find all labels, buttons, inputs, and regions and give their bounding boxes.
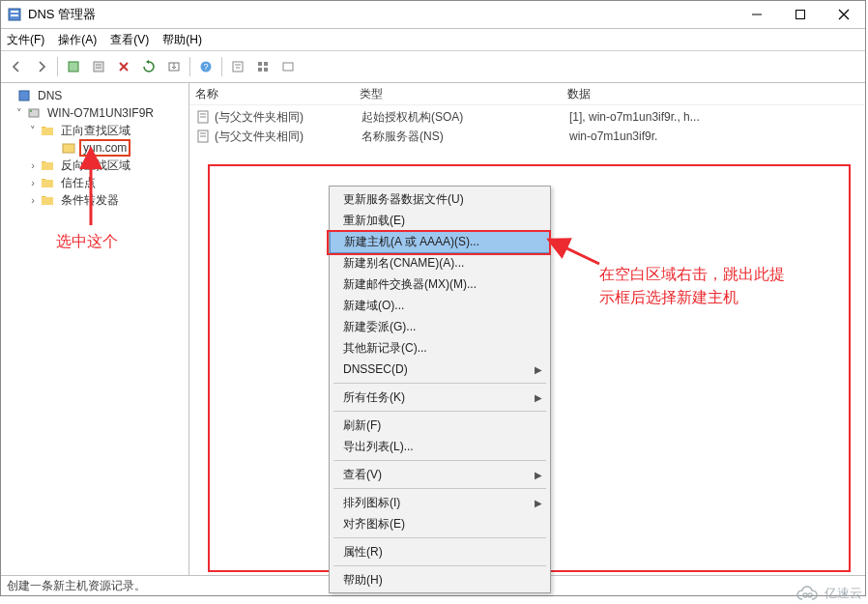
- expander-icon[interactable]: ›: [26, 177, 40, 188]
- svg-rect-16: [233, 62, 243, 72]
- ctx-new-delegation[interactable]: 新建委派(G)...: [330, 316, 550, 337]
- menu-help[interactable]: 帮助(H): [162, 32, 202, 48]
- title-bar: DNS 管理器: [1, 1, 865, 29]
- tree-zone-selected[interactable]: yun.com: [79, 139, 130, 157]
- dns-root-icon: [16, 88, 32, 103]
- submenu-arrow-icon: ▶: [535, 470, 542, 480]
- ctx-view[interactable]: 查看(V)▶: [330, 464, 550, 485]
- ctx-other-new[interactable]: 其他新记录(C)...: [330, 337, 550, 359]
- folder-icon: [40, 192, 55, 208]
- toolbar-separator: [221, 57, 222, 76]
- svg-rect-27: [42, 128, 53, 135]
- ctx-dnssec[interactable]: DNSSEC(D)▶: [330, 359, 550, 380]
- annotation-right-text: 在空白区域右击，跳出此提 示框后选择新建主机: [599, 263, 841, 309]
- expander-icon[interactable]: ›: [26, 194, 40, 206]
- ctx-arrange-icons[interactable]: 排列图标(I)▶: [330, 492, 550, 513]
- submenu-arrow-icon: ▶: [535, 392, 542, 403]
- svg-rect-28: [63, 144, 74, 153]
- properties-button[interactable]: [87, 55, 110, 78]
- svg-rect-22: [264, 68, 268, 72]
- close-button[interactable]: [822, 1, 865, 28]
- ctx-reload[interactable]: 重新加载(E): [330, 210, 550, 231]
- svg-rect-2: [11, 14, 18, 16]
- tree-fwd-zone[interactable]: 正向查找区域: [58, 122, 133, 140]
- ctx-arrange-label: 排列图标(I): [343, 495, 400, 511]
- cell-data: win-o7m1un3if9r.: [569, 129, 865, 143]
- menu-view[interactable]: 查看(V): [110, 32, 149, 48]
- refresh-button[interactable]: [137, 55, 160, 78]
- forward-button[interactable]: [30, 55, 53, 78]
- ctx-update-file[interactable]: 更新服务器数据文件(U): [330, 188, 550, 210]
- ctx-refresh[interactable]: 刷新(F): [330, 415, 550, 436]
- toolbar-separator: [57, 57, 58, 76]
- cell-name: (与父文件夹相同): [215, 129, 362, 145]
- back-button[interactable]: [5, 55, 28, 78]
- record-icon: [195, 129, 211, 144]
- svg-rect-1: [11, 11, 18, 13]
- menu-separator: [333, 411, 546, 412]
- svg-rect-21: [258, 68, 262, 72]
- toolbar: ?: [1, 51, 865, 83]
- svg-point-41: [808, 593, 812, 597]
- watermark: 亿速云: [796, 585, 862, 602]
- server-icon: [26, 105, 42, 121]
- menu-separator: [333, 488, 546, 489]
- tree-pane[interactable]: DNS ˅ WIN-O7M1UN3IF9R: [1, 83, 189, 575]
- expander-icon[interactable]: ›: [26, 159, 40, 171]
- svg-rect-23: [283, 63, 293, 71]
- help-button[interactable]: ?: [194, 55, 217, 78]
- delete-button[interactable]: [112, 55, 135, 78]
- ctx-all-tasks[interactable]: 所有任务(K)▶: [330, 387, 550, 408]
- new-button[interactable]: [62, 55, 85, 78]
- maximize-button[interactable]: [778, 1, 822, 28]
- menu-action[interactable]: 操作(A): [58, 32, 97, 48]
- submenu-arrow-icon: ▶: [535, 364, 542, 375]
- ctx-view-label: 查看(V): [343, 467, 382, 483]
- list-row[interactable]: (与父文件夹相同) 名称服务器(NS) win-o7m1un3if9r.: [189, 127, 865, 146]
- expander-icon[interactable]: ˅: [26, 125, 40, 137]
- column-headers: 名称 类型 数据: [189, 83, 865, 105]
- menu-separator: [333, 460, 546, 461]
- ctx-new-domain[interactable]: 新建域(O)...: [330, 295, 550, 316]
- tree-cond-fwd[interactable]: 条件转发器: [58, 191, 122, 210]
- misc-button[interactable]: [276, 55, 300, 78]
- ctx-new-alias[interactable]: 新建别名(CNAME)(A)...: [330, 252, 550, 273]
- cell-name: (与父文件夹相同): [215, 109, 362, 126]
- svg-rect-19: [258, 62, 262, 66]
- list-row[interactable]: (与父文件夹相同) 起始授权机构(SOA) [1], win-o7m1un3if…: [189, 107, 865, 127]
- annotation-left-text: 选中这个: [56, 232, 118, 252]
- ctx-help[interactable]: 帮助(H): [330, 569, 550, 590]
- svg-rect-30: [42, 180, 53, 187]
- filter-button[interactable]: [226, 55, 249, 78]
- watermark-text: 亿速云: [825, 585, 862, 602]
- annotation-right-line2: 示框后选择新建主机: [599, 289, 738, 305]
- col-name[interactable]: 名称: [195, 86, 360, 102]
- menu-file[interactable]: 文件(F): [7, 32, 44, 48]
- cell-data: [1], win-o7m1un3if9r., h...: [569, 110, 865, 124]
- folder-icon: [40, 175, 55, 190]
- export-button[interactable]: [162, 55, 186, 78]
- tree-server[interactable]: WIN-O7M1UN3IF9R: [44, 105, 157, 121]
- col-type[interactable]: 类型: [360, 86, 567, 102]
- tree-trust-points[interactable]: 信任点: [58, 174, 99, 192]
- col-data[interactable]: 数据: [567, 86, 865, 102]
- ctx-new-mx[interactable]: 新建邮件交换器(MX)(M)...: [330, 273, 550, 295]
- ctx-export-list[interactable]: 导出列表(L)...: [330, 436, 550, 457]
- list-rows: (与父文件夹相同) 起始授权机构(SOA) [1], win-o7m1un3if…: [189, 105, 865, 146]
- cloud-icon: [796, 586, 821, 601]
- ctx-new-host[interactable]: 新建主机(A 或 AAAA)(S)...: [330, 230, 550, 253]
- tree-root[interactable]: DNS: [35, 88, 65, 103]
- record-icon: [195, 109, 211, 125]
- cell-type: 起始授权机构(SOA): [362, 109, 569, 126]
- folder-icon: [40, 123, 55, 138]
- ctx-align-icons[interactable]: 对齐图标(E): [330, 513, 550, 534]
- expander-icon[interactable]: ˅: [13, 107, 26, 120]
- tree-rev-zone[interactable]: 反向查找区域: [58, 157, 133, 175]
- window-controls: [735, 1, 865, 28]
- view-options-button[interactable]: [251, 55, 275, 78]
- svg-rect-29: [42, 162, 53, 170]
- ctx-properties[interactable]: 属性(R): [330, 541, 550, 562]
- cell-type: 名称服务器(NS): [362, 129, 569, 145]
- status-text: 创建一条新主机资源记录。: [7, 578, 146, 594]
- minimize-button[interactable]: [735, 1, 778, 28]
